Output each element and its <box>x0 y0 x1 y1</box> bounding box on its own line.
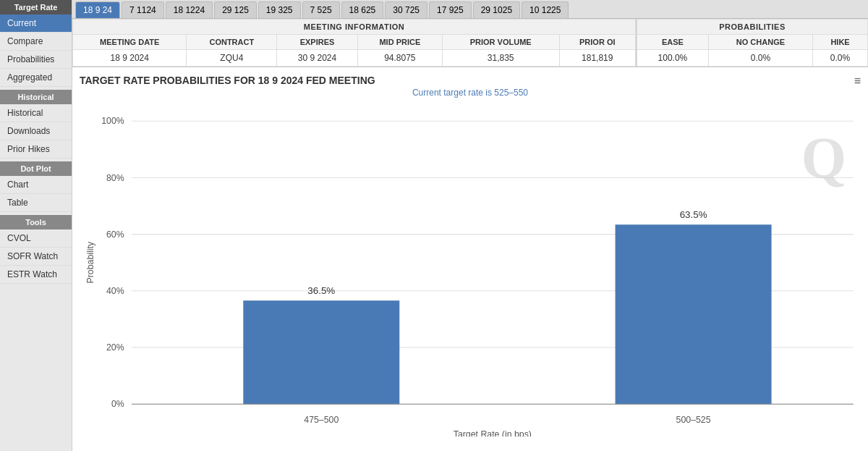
tab-0[interactable]: 18 9 24 <box>75 1 120 18</box>
svg-text:36.5%: 36.5% <box>307 285 335 296</box>
cell-meeting-date: 18 9 2024 <box>73 50 187 67</box>
svg-text:20%: 20% <box>106 342 124 353</box>
col-ease: EASE <box>637 35 709 50</box>
sidebar-item-downloads[interactable]: Downloads <box>0 122 72 140</box>
meeting-info-row: 18 9 2024 ZQU4 30 9 2024 94.8075 31,835 … <box>73 50 636 67</box>
tab-8[interactable]: 17 925 <box>429 1 472 18</box>
sidebar-item-current[interactable]: Current <box>0 14 72 33</box>
tab-9[interactable]: 29 1025 <box>473 1 520 18</box>
sidebar-item-compare[interactable]: Compare <box>0 33 72 51</box>
menu-icon[interactable]: ≡ <box>854 75 861 88</box>
sidebar-item-sofr-watch[interactable]: SOFR Watch <box>0 248 72 266</box>
tab-4[interactable]: 19 325 <box>258 1 301 18</box>
chart-container: 0% 20% 40% 60% 80% 100% Probability 36.5… <box>80 104 861 437</box>
meeting-info-section-title: MEETING INFORMATION <box>73 20 636 35</box>
cell-hike: 0.0% <box>813 50 868 67</box>
meeting-info-block: MEETING INFORMATION MEETING DATE CONTRAC… <box>72 19 637 67</box>
chart-svg: 0% 20% 40% 60% 80% 100% Probability 36.5… <box>80 104 861 437</box>
sidebar-item-prior-hikes[interactable]: Prior Hikes <box>0 140 72 159</box>
sidebar: Target Rate Current Compare Probabilitie… <box>0 0 72 451</box>
prob-section-title: PROBABILITIES <box>637 20 868 35</box>
sidebar-item-chart[interactable]: Chart <box>0 176 72 194</box>
svg-text:40%: 40% <box>106 286 124 296</box>
sidebar-item-historical[interactable]: Historical <box>0 104 72 122</box>
sidebar-item-aggregated[interactable]: Aggregated <box>0 69 72 87</box>
tab-2[interactable]: 18 1224 <box>166 1 213 18</box>
sidebar-historical-header: Historical <box>0 90 72 104</box>
bar-1 <box>616 224 772 404</box>
cell-ease: 100.0% <box>637 50 709 67</box>
sidebar-target-rate-header: Target Rate <box>0 0 72 14</box>
cell-contract: ZQU4 <box>187 50 277 67</box>
svg-text:475–500: 475–500 <box>304 415 339 425</box>
sidebar-item-estr-watch[interactable]: ESTR Watch <box>0 266 72 284</box>
meeting-info-table: MEETING INFORMATION MEETING DATE CONTRAC… <box>72 19 636 67</box>
probabilities-block: PROBABILITIES EASE NO CHANGE HIKE 100.0%… <box>637 19 868 67</box>
tab-3[interactable]: 29 125 <box>214 1 257 18</box>
svg-text:Target Rate (in bps): Target Rate (in bps) <box>454 429 532 437</box>
col-prior-volume: PRIOR VOLUME <box>442 35 559 50</box>
col-contract: CONTRACT <box>187 35 277 50</box>
probabilities-table: PROBABILITIES EASE NO CHANGE HIKE 100.0%… <box>637 19 868 67</box>
col-no-change: NO CHANGE <box>708 35 812 50</box>
svg-text:0%: 0% <box>111 399 124 409</box>
tab-6[interactable]: 18 625 <box>341 1 384 18</box>
svg-text:500–525: 500–525 <box>676 415 711 425</box>
chart-title: TARGET RATE PROBABILITIES FOR 18 9 2024 … <box>80 75 861 86</box>
main-content: 18 9 24 7 1124 18 1224 29 125 19 325 7 5… <box>72 0 868 451</box>
svg-text:60%: 60% <box>106 229 124 240</box>
tab-10[interactable]: 10 1225 <box>522 1 569 18</box>
sidebar-tools-header: Tools <box>0 215 72 229</box>
svg-text:63.5%: 63.5% <box>680 209 707 220</box>
sidebar-item-table[interactable]: Table <box>0 194 72 212</box>
tab-bar: 18 9 24 7 1124 18 1224 29 125 19 325 7 5… <box>72 0 868 19</box>
sidebar-dot-plot-header: Dot Plot <box>0 161 72 176</box>
prob-row: 100.0% 0.0% 0.0% <box>637 50 868 67</box>
cell-expires: 30 9 2024 <box>277 50 358 67</box>
sidebar-item-cvol[interactable]: CVOL <box>0 229 72 248</box>
col-mid-price: MID PRICE <box>357 35 442 50</box>
tab-5[interactable]: 7 525 <box>302 1 340 18</box>
col-prior-oi: PRIOR OI <box>559 35 636 50</box>
col-hike: HIKE <box>813 35 868 50</box>
sidebar-item-probabilities[interactable]: Probabilities <box>0 51 72 69</box>
chart-area: TARGET RATE PROBABILITIES FOR 18 9 2024 … <box>72 67 868 451</box>
bar-0 <box>243 300 399 404</box>
svg-text:Probability: Probability <box>85 241 95 283</box>
svg-text:100%: 100% <box>101 116 124 126</box>
cell-prior-volume: 31,835 <box>442 50 559 67</box>
tab-7[interactable]: 30 725 <box>385 1 427 18</box>
col-expires: EXPIRES <box>277 35 358 50</box>
tab-1[interactable]: 7 1124 <box>122 1 164 18</box>
col-meeting-date: MEETING DATE <box>73 35 187 50</box>
info-area: MEETING INFORMATION MEETING DATE CONTRAC… <box>72 19 868 67</box>
svg-text:80%: 80% <box>106 173 124 183</box>
cell-no-change: 0.0% <box>708 50 812 67</box>
chart-subtitle: Current target rate is 525–550 <box>80 88 861 98</box>
cell-mid-price: 94.8075 <box>357 50 442 67</box>
cell-prior-oi: 181,819 <box>559 50 636 67</box>
